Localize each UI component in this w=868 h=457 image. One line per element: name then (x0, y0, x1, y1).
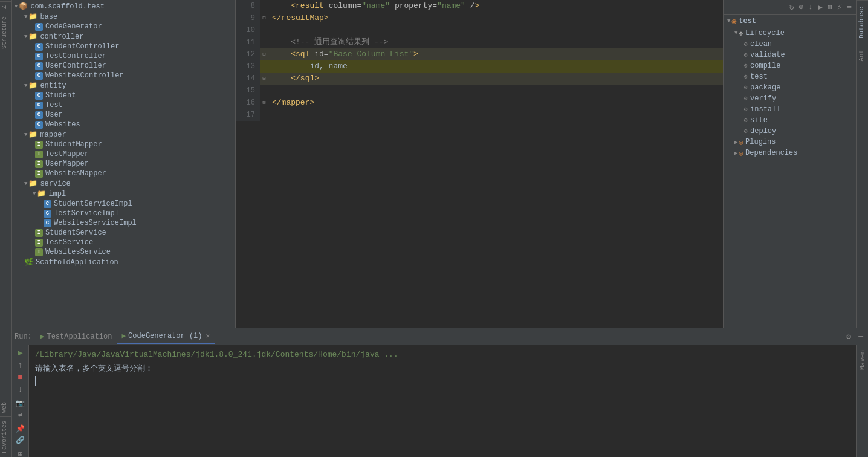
tree-label-service: service (40, 180, 70, 188)
fold-icon-9[interactable]: ⊟ (260, 12, 268, 24)
tree-item-controller[interactable]: ▼ 📁 controller (12, 31, 235, 42)
interface-icon-tm: I (35, 151, 43, 158)
settings-btn[interactable]: ⚙ (844, 331, 853, 343)
gear-icon-site: ⚙ (744, 117, 748, 124)
tab-CodeGenerator[interactable]: ▶ CodeGenerator (1) ✕ (117, 329, 215, 344)
fold-icon-16[interactable]: ⊟ (260, 97, 268, 109)
run-scroll-up-btn[interactable]: ↑ (18, 360, 22, 370)
tree-item-WebsitesController[interactable]: C WebsitesController (12, 71, 235, 80)
tree-item-WebsitesMapper[interactable]: I WebsitesMapper (12, 169, 235, 178)
maven-compile[interactable]: ⚙ compile (724, 60, 856, 71)
tree-item-WebsitesServiceImpl[interactable]: C WebsitesServiceImpl (12, 218, 235, 228)
maven-lifecycle[interactable]: ▼ ⚙ Lifecycle (724, 28, 856, 39)
bottom-panel: Run: ▶ TestApplication ▶ CodeGenerator (… (12, 328, 868, 457)
run-link-btn[interactable]: 🔗 (16, 436, 25, 445)
maven-verify[interactable]: ⚙ verify (724, 93, 856, 104)
tree-item-entity[interactable]: ▼ 📁 entity (12, 80, 235, 91)
code-line-10: 10 (236, 24, 723, 36)
maven-run-btn[interactable]: ▶ (816, 2, 824, 13)
tree-label-WebsitesMapper: WebsitesMapper (45, 169, 106, 178)
tree-item-root[interactable]: ▼ 📦 com.scaffold.test (12, 1, 235, 11)
code-line-12: 12 ⊟ <sql id="Base_Column_List"> (236, 48, 723, 60)
maven-install-label: install (750, 105, 780, 114)
maven-lightning-btn[interactable]: ⚡ (835, 1, 844, 13)
minimize-btn[interactable]: — (856, 331, 866, 342)
fold-icon-12[interactable]: ⊟ (260, 48, 268, 60)
maven-expand-btn[interactable]: ≡ (845, 2, 853, 12)
bottom-tabs-bar: Run: ▶ TestApplication ▶ CodeGenerator (… (12, 328, 868, 345)
run-wrap-btn[interactable]: ⇌ (18, 410, 22, 420)
run-stop-btn[interactable]: ■ (18, 372, 22, 382)
maven-side-tab[interactable]: Maven (858, 345, 867, 375)
fold-icon-14[interactable]: ⊟ (260, 73, 268, 85)
tree-item-User[interactable]: C User (12, 110, 235, 120)
maven-download-btn[interactable]: ↓ (806, 2, 815, 12)
run-camera-btn[interactable]: 📷 (16, 399, 25, 408)
tree-item-StudentService[interactable]: I StudentService (12, 228, 235, 238)
z-tab[interactable]: Z (0, 1, 11, 13)
tree-item-ScaffoldApplication[interactable]: 🌿 ScaffoldApplication (12, 257, 235, 267)
run-prompt: 请输入表名，多个英文逗号分割： (35, 363, 850, 374)
maven-dependencies-label: Dependencies (745, 149, 797, 157)
tree-item-base[interactable]: ▼ 📁 base (12, 11, 235, 22)
tree-item-TestController[interactable]: C TestController (12, 51, 235, 61)
folder-icon-impl: 📁 (37, 189, 46, 198)
tree-item-TestService[interactable]: I TestService (12, 238, 235, 247)
tree-item-Student[interactable]: C Student (12, 91, 235, 100)
gutter-13 (260, 60, 268, 73)
maven-site[interactable]: ⚙ site (724, 115, 856, 126)
maven-dependencies[interactable]: ▶ ◎ Dependencies (724, 147, 856, 158)
tree-item-WebsitesService[interactable]: I WebsitesService (12, 247, 235, 257)
folder-icon-entity: 📁 (28, 81, 37, 90)
tree-item-StudentController[interactable]: C StudentController (12, 42, 235, 51)
run-filter-btn[interactable]: ⊞ (18, 450, 22, 457)
class-icon-us: C (35, 111, 43, 119)
bottom-right-tabs: Maven (856, 345, 868, 457)
maven-add-btn[interactable]: ⊕ (797, 2, 805, 13)
tab-TestApplication[interactable]: ▶ TestApplication (36, 330, 117, 343)
maven-clean[interactable]: ⚙ clean (724, 39, 856, 50)
favorites-tab[interactable]: Favorites (0, 417, 11, 457)
tree-item-Test[interactable]: C Test (12, 100, 235, 110)
maven-deploy[interactable]: ⚙ deploy (724, 126, 856, 137)
run-scroll-down-btn[interactable]: ↓ (18, 384, 22, 394)
run-label: Run: (15, 332, 32, 341)
tree-item-impl[interactable]: ▼ 📁 impl (12, 189, 235, 199)
ant-tab[interactable]: Ant (857, 45, 868, 66)
line-content-12: <sql id="Base_Column_List"> (268, 48, 723, 60)
maven-package[interactable]: ⚙ package (724, 82, 856, 93)
maven-root[interactable]: ▼ ◉ test (724, 15, 856, 28)
tree-item-TestMapper[interactable]: I TestMapper (12, 149, 235, 159)
tree-item-UserMapper[interactable]: I UserMapper (12, 159, 235, 169)
arrow-down-icon-service: ▼ (24, 181, 27, 187)
maven-test[interactable]: ⚙ test (724, 71, 856, 82)
tree-item-TestServiceImpl[interactable]: C TestServiceImpl (12, 209, 235, 218)
tree-item-StudentMapper[interactable]: I StudentMapper (12, 140, 235, 149)
tree-item-Websites[interactable]: C Websites (12, 120, 235, 129)
database-tab[interactable]: Database (857, 0, 868, 45)
structure-tab[interactable]: Structure (0, 13, 11, 53)
maven-skip-btn[interactable]: m (826, 2, 834, 12)
run-play-btn[interactable]: ▶ (18, 348, 22, 358)
folder-icon-ctrl: 📁 (28, 32, 37, 41)
maven-validate[interactable]: ⚙ validate (724, 50, 856, 60)
maven-refresh-btn[interactable]: ↻ (788, 2, 796, 13)
tree-item-service[interactable]: ▼ 📁 service (12, 178, 235, 189)
tree-item-CodeGenerator[interactable]: C CodeGenerator (12, 22, 235, 31)
tree-label-StudentController: StudentController (45, 42, 119, 51)
run-cursor-area[interactable] (35, 376, 850, 386)
line-content-14: </sql> (268, 73, 723, 85)
maven-project-icon: ◉ (731, 16, 736, 26)
maven-plugins[interactable]: ▶ ◎ Plugins (724, 137, 856, 147)
tree-item-mapper[interactable]: ▼ 📁 mapper (12, 129, 235, 140)
code-editor[interactable]: 8 <result column="name" property="name" … (236, 0, 723, 328)
tree-item-StudentServiceImpl[interactable]: C StudentServiceImpl (12, 199, 235, 209)
gear-icon-package: ⚙ (744, 84, 748, 91)
run-icon-cg: ▶ (121, 332, 126, 340)
maven-install[interactable]: ⚙ install (724, 104, 856, 115)
tree-label-mapper: mapper (40, 131, 66, 139)
run-pin-btn[interactable]: 📌 (16, 424, 25, 433)
web-tab[interactable]: Web (0, 398, 11, 417)
tree-item-UserController[interactable]: C UserController (12, 61, 235, 71)
tab-close-cg[interactable]: ✕ (206, 332, 210, 340)
